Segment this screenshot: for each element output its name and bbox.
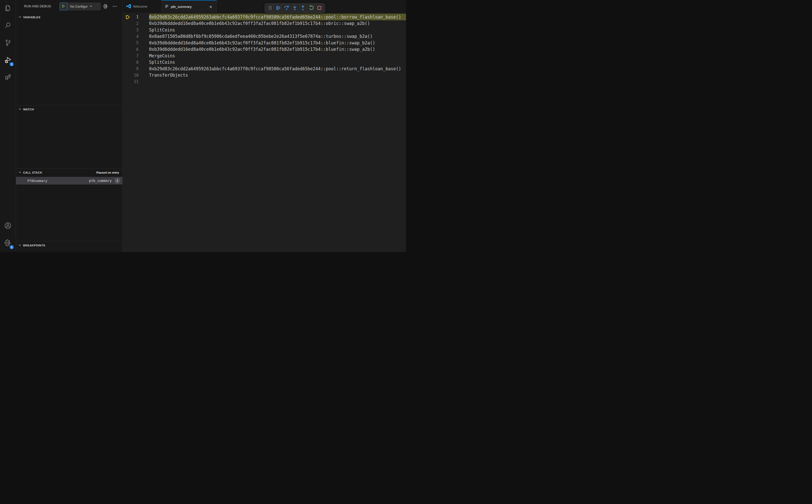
code-line[interactable]: 5 0xb39d6dddedd16ed8a40ce0b1e6b43c92acf0… [123, 40, 406, 46]
tab-label: ptb_summary [171, 5, 192, 9]
code-line[interactable]: 9 0xb29d83c26cdd2a64959263abbcfc4a6937f0… [123, 65, 406, 72]
source-control-icon [4, 39, 12, 47]
run-and-debug-sidebar: RUN AND DEBUG No Configur [16, 0, 123, 252]
line-text[interactable]: TransferObjects [149, 72, 406, 79]
code-line[interactable]: 6 0xb39d6dddedd16ed8a40ce0b1e6b43c92acf0… [123, 46, 406, 53]
step-over-icon [284, 5, 289, 11]
call-stack-section: CALL STACK Paused on entry PTBSummary pt… [16, 168, 122, 241]
line-text[interactable] [149, 78, 406, 85]
continue-icon [275, 5, 281, 11]
line-text[interactable]: 0x8ae871505a80d8bf6bf9c05906cda6edfeea46… [149, 33, 406, 40]
gear-icon [103, 4, 108, 10]
step-out-button[interactable] [299, 5, 307, 12]
code-line[interactable]: 2 0xb39d6dddedd16ed8a40ce0b1e6b43c92acf0… [123, 20, 406, 27]
debug-config-dropdown[interactable]: No Configur [67, 3, 101, 10]
play-icon [61, 4, 65, 9]
sidebar-item-search[interactable] [0, 17, 16, 35]
watch-section-header[interactable]: WATCH [16, 105, 122, 113]
chevron-down-icon [89, 5, 92, 8]
debug-config-label: No Configur [70, 5, 88, 8]
step-over-button[interactable] [283, 5, 290, 12]
views-more-actions-button[interactable] [111, 3, 118, 10]
chevron-down-icon [18, 107, 22, 112]
open-launch-json-button[interactable] [102, 3, 109, 10]
line-number[interactable]: 2 [123, 21, 139, 26]
code-line[interactable]: 1 0xb29d83c26cdd2a64959263abbcfc4a6937f0… [123, 14, 406, 20]
line-number[interactable]: 10 [123, 73, 139, 78]
code-line[interactable]: 7 MergeCoins [123, 53, 406, 59]
vscode-logo-icon [126, 4, 131, 9]
search-icon [4, 22, 12, 30]
line-number[interactable]: 6 [123, 47, 139, 52]
section-label: WATCH [23, 108, 34, 111]
line-number[interactable]: 8 [123, 60, 139, 65]
sidebar-item-extensions[interactable] [0, 69, 16, 86]
stop-icon [316, 5, 322, 11]
tab-welcome[interactable]: Welcome [123, 0, 161, 13]
section-label: BREAKPOINTS [23, 244, 45, 247]
files-icon [4, 4, 12, 13]
debug-launch-control: No Configur [60, 3, 101, 10]
watch-section: WATCH [16, 105, 122, 168]
activity-bar: 1 [0, 0, 16, 252]
chevron-down-icon [18, 170, 22, 175]
restart-button[interactable] [307, 5, 315, 12]
line-number[interactable]: 9 [123, 66, 139, 71]
breakpoints-section-header[interactable]: BREAKPOINTS [16, 241, 122, 249]
line-text[interactable]: MergeCoins [149, 53, 406, 59]
manage-settings-button[interactable]: 1 [0, 235, 16, 252]
continue-button[interactable] [275, 5, 282, 12]
line-number[interactable]: 7 [123, 53, 139, 58]
chevron-down-icon [18, 15, 22, 20]
code-line[interactable]: 4 0x8ae871505a80d8bf6bf9c05906cda6edfeea… [123, 33, 406, 40]
code-editor: 1 0xb29d83c26cdd2a64959263abbcfc4a6937f0… [123, 13, 406, 85]
sidebar-item-explorer[interactable] [0, 0, 16, 17]
accounts-menu[interactable] [0, 217, 16, 235]
breakpoints-section: BREAKPOINTS [16, 241, 122, 252]
line-number[interactable]: 5 [123, 40, 139, 45]
tab-label: Welcome [133, 5, 147, 8]
line-text[interactable]: SplitCoins [149, 59, 406, 66]
step-out-icon [300, 5, 306, 11]
debug-toolbar [264, 3, 325, 13]
step-into-button[interactable] [291, 5, 298, 12]
line-number[interactable]: 4 [123, 34, 139, 39]
extensions-icon [4, 73, 12, 82]
tab-ptb-summary[interactable]: ptb_summary [161, 0, 217, 13]
ellipsis-icon [112, 4, 117, 10]
section-label: VARIABLES [23, 16, 40, 19]
variables-section-header[interactable]: VARIABLES [16, 13, 122, 21]
close-icon[interactable] [208, 4, 213, 9]
sidebar-item-run-and-debug[interactable]: 1 [0, 52, 16, 69]
sidebar-title: RUN AND DEBUG [24, 5, 51, 8]
step-into-icon [292, 5, 297, 11]
code-line[interactable]: 10 TransferObjects [123, 72, 406, 79]
line-number[interactable]: 11 [123, 79, 139, 84]
call-stack-section-header[interactable]: CALL STACK Paused on entry [16, 169, 122, 176]
variables-section: VARIABLES [16, 13, 122, 105]
editor-area: Welcome ptb_summary [123, 0, 406, 252]
code-line[interactable]: 11 [123, 78, 406, 85]
stack-frame-row[interactable]: PTBSummary ptb_summary 1 [16, 177, 122, 184]
sidebar-header: RUN AND DEBUG No Configur [16, 0, 122, 13]
section-label: CALL STACK [23, 171, 42, 174]
line-number[interactable]: 3 [123, 27, 139, 32]
sidebar-item-source-control[interactable] [0, 35, 16, 52]
stack-frame-file: ptb_summary [89, 179, 112, 183]
line-text[interactable]: 0xb39d6dddedd16ed8a40ce0b1e6b43c92acf0ff… [149, 40, 406, 46]
stack-frame-badge: 1 [114, 178, 120, 183]
line-text[interactable]: 0xb39d6dddedd16ed8a40ce0b1e6b43c92acf0ff… [149, 20, 406, 27]
line-text[interactable]: 0xb29d83c26cdd2a64959263abbcfc4a6937f0c9… [149, 65, 406, 72]
start-debugging-button[interactable] [60, 3, 67, 10]
account-icon [4, 222, 12, 231]
line-text[interactable]: 0xb29d83c26cdd2a64959263abbcfc4a6937f0c9… [149, 14, 406, 20]
gripper-icon [268, 6, 272, 11]
code-line[interactable]: 8 SplitCoins [123, 59, 406, 66]
code-line[interactable]: 3 SplitCoins [123, 27, 406, 33]
restart-icon [308, 5, 314, 11]
line-text[interactable]: SplitCoins [149, 27, 406, 33]
stop-button[interactable] [315, 5, 323, 12]
line-text[interactable]: 0xb39d6dddedd16ed8a40ce0b1e6b43c92acf0ff… [149, 46, 406, 53]
debug-count-badge: 1 [9, 62, 14, 66]
toolbar-drag-handle[interactable] [266, 5, 274, 12]
